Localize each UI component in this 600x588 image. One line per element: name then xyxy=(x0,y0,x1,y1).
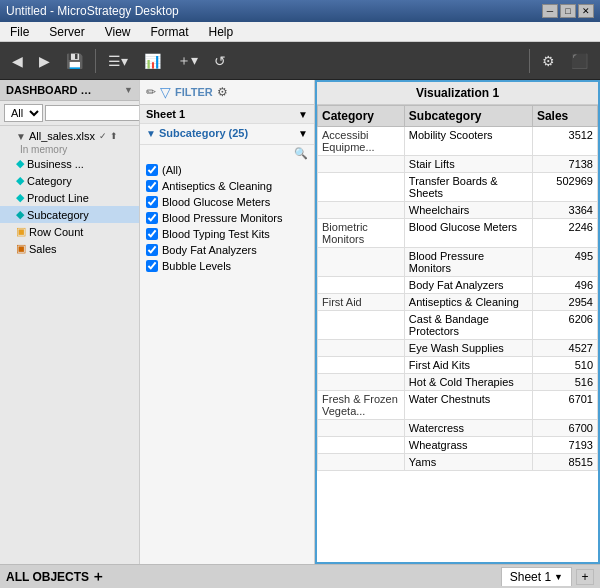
arrow-icon: ⬆ xyxy=(110,131,118,141)
add-button[interactable]: ＋▾ xyxy=(171,48,204,74)
tree-item-row-count[interactable]: ▣ Row Count xyxy=(0,223,139,240)
settings-button[interactable]: ⚙ xyxy=(536,49,561,73)
sheet-tab-1[interactable]: Sheet 1 ▼ xyxy=(501,567,572,586)
col-sales: Sales xyxy=(532,106,597,127)
cell-subcategory: Watercress xyxy=(404,420,532,437)
table-row: First AidAntiseptics & Cleaning2954 xyxy=(318,294,598,311)
sheet-dropdown-btn[interactable]: ▼ xyxy=(298,109,308,120)
viz-table-scroll[interactable]: Category Subcategory Sales Accessibi Equ… xyxy=(317,105,598,562)
back-button[interactable]: ◀ xyxy=(6,49,29,73)
filter-funnel-icon: ▽ xyxy=(160,84,171,100)
cb-body-fat-input[interactable] xyxy=(146,244,158,256)
cb-all-label: (All) xyxy=(162,164,182,176)
main-area: DASHBOARD D... ▼ All 🔍 ▼ All_sales.xlsx … xyxy=(0,80,600,564)
cell-subcategory: Eye Wash Supplies xyxy=(404,340,532,357)
cb-blood-glucose-label: Blood Glucose Meters xyxy=(162,196,270,208)
filter-section-header: ▼ Subcategory (25) ▼ xyxy=(146,127,308,139)
cb-blood-typing[interactable]: Blood Typing Test Kits xyxy=(146,226,308,242)
tree-item-business[interactable]: ◆ Business ... xyxy=(0,155,139,172)
pencil-icon[interactable]: ✏ xyxy=(146,85,156,99)
menu-button[interactable]: ☰▾ xyxy=(102,49,134,73)
filter-settings-icon[interactable]: ⚙ xyxy=(217,85,228,99)
cb-antiseptics[interactable]: Antiseptics & Cleaning xyxy=(146,178,308,194)
table-row: Biometric MonitorsBlood Glucose Meters22… xyxy=(318,219,598,248)
cell-subcategory: Transfer Boards & Sheets xyxy=(404,173,532,202)
menu-view[interactable]: View xyxy=(99,23,137,41)
chart-button[interactable]: 📊 xyxy=(138,49,167,73)
cb-all[interactable]: (All) xyxy=(146,162,308,178)
cell-category xyxy=(318,357,405,374)
cell-sales: 3512 xyxy=(532,127,597,156)
table-row: Yams8515 xyxy=(318,454,598,471)
cell-subcategory: Blood Pressure Monitors xyxy=(404,248,532,277)
table-row: First Aid Kits510 xyxy=(318,357,598,374)
cb-antiseptics-input[interactable] xyxy=(146,180,158,192)
cell-category xyxy=(318,202,405,219)
cell-category xyxy=(318,340,405,357)
cb-blood-glucose-input[interactable] xyxy=(146,196,158,208)
cb-blood-typing-input[interactable] xyxy=(146,228,158,240)
bottom-bar: ALL OBJECTS ＋ Sheet 1 ▼ + xyxy=(0,564,600,588)
save-button[interactable]: 💾 xyxy=(60,49,89,73)
cell-sales: 496 xyxy=(532,277,597,294)
close-button[interactable]: ✕ xyxy=(578,4,594,18)
forward-button[interactable]: ▶ xyxy=(33,49,56,73)
tree-item-category[interactable]: ◆ Category xyxy=(0,172,139,189)
filter-search-button[interactable]: 🔍 xyxy=(294,147,308,160)
add-sheet-button[interactable]: + xyxy=(576,569,594,585)
menu-file[interactable]: File xyxy=(4,23,35,41)
table-row: Fresh & Frozen Vegeta...Water Chestnuts6… xyxy=(318,391,598,420)
cell-subcategory: Mobility Scooters xyxy=(404,127,532,156)
tree-item-subcategory[interactable]: ◆ Subcategory xyxy=(0,206,139,223)
cb-bubble-label: Bubble Levels xyxy=(162,260,231,272)
cb-body-fat-label: Body Fat Analyzers xyxy=(162,244,257,256)
menu-server[interactable]: Server xyxy=(43,23,90,41)
filter-toolbar: ✏ ▽ FILTER ⚙ xyxy=(140,80,314,105)
table-row: Eye Wash Supplies4527 xyxy=(318,340,598,357)
extra-button[interactable]: ⬛ xyxy=(565,49,594,73)
filter-dropdown[interactable]: All xyxy=(4,104,43,122)
viz-table: Category Subcategory Sales Accessibi Equ… xyxy=(317,105,598,471)
all-objects-button[interactable]: ALL OBJECTS ＋ xyxy=(6,568,105,586)
cell-sales: 4527 xyxy=(532,340,597,357)
menu-help[interactable]: Help xyxy=(203,23,240,41)
add-icon: ＋ xyxy=(91,568,105,586)
menu-format[interactable]: Format xyxy=(144,23,194,41)
cb-body-fat[interactable]: Body Fat Analyzers xyxy=(146,242,308,258)
filter-search-row: 🔍 xyxy=(140,145,314,162)
cell-category: Biometric Monitors xyxy=(318,219,405,248)
cell-sales: 2954 xyxy=(532,294,597,311)
cell-subcategory: Stair Lifts xyxy=(404,156,532,173)
maximize-button[interactable]: □ xyxy=(560,4,576,18)
tree-item-all-sales[interactable]: ▼ All_sales.xlsx ✓ ⬆ xyxy=(0,128,139,144)
filter-section: ▼ Subcategory (25) ▼ xyxy=(140,124,314,145)
cb-blood-glucose[interactable]: Blood Glucose Meters xyxy=(146,194,308,210)
tree-item-sales[interactable]: ▣ Sales xyxy=(0,240,139,257)
minimize-button[interactable]: ─ xyxy=(542,4,558,18)
cell-sales: 516 xyxy=(532,374,597,391)
cell-category xyxy=(318,374,405,391)
cell-sales: 8515 xyxy=(532,454,597,471)
filter-dropdown-btn[interactable]: ▼ xyxy=(298,128,308,139)
cell-sales: 3364 xyxy=(532,202,597,219)
cb-blood-pressure[interactable]: Blood Pressure Monitors xyxy=(146,210,308,226)
toolbar: ◀ ▶ 💾 ☰▾ 📊 ＋▾ ↺ ⚙ ⬛ xyxy=(0,42,600,80)
refresh-button[interactable]: ↺ xyxy=(208,49,232,73)
cell-subcategory: Water Chestnuts xyxy=(404,391,532,420)
left-panel: DASHBOARD D... ▼ All 🔍 ▼ All_sales.xlsx … xyxy=(0,80,140,564)
cell-subcategory: Yams xyxy=(404,454,532,471)
diamond-icon-4: ◆ xyxy=(16,208,24,221)
tree-area: ▼ All_sales.xlsx ✓ ⬆ In memory ◆ Busines… xyxy=(0,126,139,564)
search-input[interactable] xyxy=(45,105,140,121)
cb-bubble-input[interactable] xyxy=(146,260,158,272)
left-panel-header: DASHBOARD D... ▼ xyxy=(0,80,139,101)
separator-1 xyxy=(95,49,96,73)
cell-subcategory: Cast & Bandage Protectors xyxy=(404,311,532,340)
cb-all-input[interactable] xyxy=(146,164,158,176)
cb-bubble[interactable]: Bubble Levels xyxy=(146,258,308,274)
checkbox-list: (All) Antiseptics & Cleaning Blood Gluco… xyxy=(140,162,314,564)
tree-item-product-line[interactable]: ◆ Product Line xyxy=(0,189,139,206)
table-row: Transfer Boards & Sheets502969 xyxy=(318,173,598,202)
cb-blood-pressure-input[interactable] xyxy=(146,212,158,224)
cb-blood-pressure-label: Blood Pressure Monitors xyxy=(162,212,282,224)
